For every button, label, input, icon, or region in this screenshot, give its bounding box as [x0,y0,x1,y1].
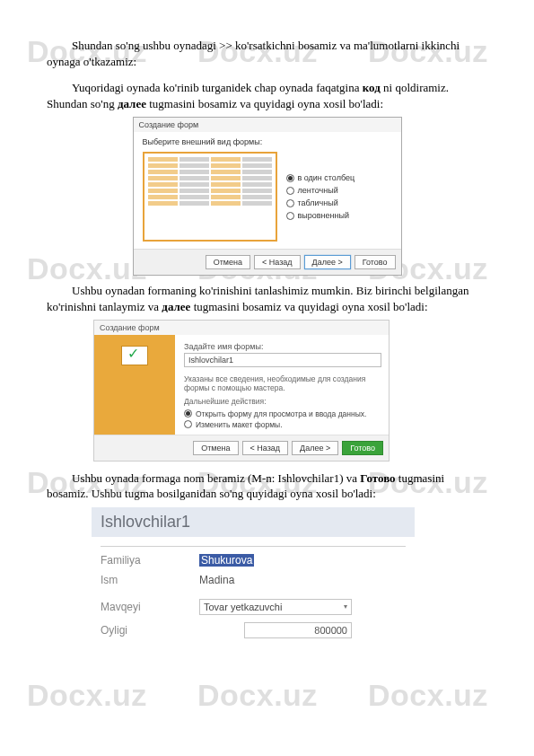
radio-one-column[interactable]: в один столбец [286,173,392,182]
paragraph-1: Shundan so'ng ushbu oynadagi >> ko'rsatk… [47,38,487,69]
dialog-subtitle: Выберите внешний вид формы: [143,137,392,146]
radio-label: Изменить макет формы. [196,420,283,429]
form-wizard-name-dialog: Создание форм Задайте имя формы: Ishlovc… [93,320,390,462]
cancel-button[interactable]: Отмена [206,255,250,269]
text: tugmasini bosamiz va quyidagi oyna xosil… [190,300,427,313]
field-label-familiya: Familiya [101,554,199,567]
page-content: Shundan so'ng ushbu oynadagi >> ko'rsatk… [0,0,534,660]
text: tugmasini bosamiz va quyidagi oyna xosil… [146,97,383,110]
radio-icon [286,212,294,220]
radio-open-form[interactable]: Открыть форму для просмотра и ввода данн… [184,409,381,418]
dialog-title: Создание форм [134,118,401,132]
bold-dalee: далее [118,97,146,110]
radio-edit-layout[interactable]: Изменить макет формы. [184,420,381,429]
text: Yuqoridagi oynada ko'rinib turganidek ch… [72,81,363,94]
text: Ushbu oynada formaga nom beramiz (M-n: I… [72,471,360,485]
dropdown-value: Tovar yetkazuvchi [204,602,282,612]
form-name-input[interactable]: Ishlovchilar1 [184,353,381,367]
finish-button[interactable]: Готово [355,255,396,269]
radio-justified[interactable]: выровненный [286,211,392,220]
radio-icon [286,174,294,182]
dialog-sidebar [94,335,175,435]
field-value-familiya[interactable]: Shukurova [199,554,254,567]
watermark: Docx.uz [368,678,488,713]
dialog-title: Создание форм [94,321,389,335]
bold-kod: код [363,81,381,94]
radio-tabular[interactable]: табличный [286,198,392,207]
layout-preview [143,152,277,242]
radio-label: в один столбец [298,173,355,182]
cancel-button[interactable]: Отмена [193,441,238,455]
radio-icon [286,187,294,195]
bold-dalee: далее [162,300,190,313]
radio-label: табличный [298,198,338,207]
radio-label: выровненный [298,211,349,220]
next-button[interactable]: Далее > [292,441,338,455]
checkered-flag-icon [121,346,148,365]
field-value-oyligi[interactable]: 800000 [244,622,352,638]
field-dropdown-mavqeyi[interactable]: Tovar yetkazuvchi ▾ [199,599,352,615]
radio-label: Открыть форму для просмотра и ввода данн… [196,409,366,418]
finish-button[interactable]: Готово [342,441,383,455]
radio-icon [184,409,192,418]
actions-label: Дальнейшие действия: [184,397,381,406]
field-value-ism[interactable]: Madina [199,574,234,586]
radio-icon [286,199,294,207]
back-button[interactable]: < Назад [254,255,301,269]
name-label: Задайте имя формы: [184,342,381,351]
radio-ribbon[interactable]: ленточный [286,186,392,195]
paragraph-4: Ushbu oynada formaga nom beramiz (M-n: I… [47,470,487,502]
radio-label: ленточный [298,186,338,195]
form-title: Ishlovchilar1 [92,507,415,537]
field-label-ism: Ism [101,574,199,586]
access-form-view: Ishlovchilar1 Familiya Shukurova Ism Mad… [92,507,415,642]
field-label-oyligi: Oyligi [101,624,199,637]
radio-icon [184,420,192,428]
back-button[interactable]: < Назад [242,441,289,455]
field-label-mavqeyi: Mavqeyi [101,601,199,613]
chevron-down-icon: ▾ [344,602,347,611]
watermark: Docx.uz [27,678,147,713]
next-button[interactable]: Далее > [304,255,351,269]
paragraph-3: Ushbu oynadan formaning ko'rinishini tan… [47,283,487,314]
form-wizard-layout-dialog: Создание форм Выберите внешний вид формы… [133,117,402,276]
paragraph-2: Yuqoridagi oynada ko'rinib turganidek ch… [47,80,487,111]
bold-gotovo: Готово [360,471,395,485]
description-text: Указаны все сведения, необходимые для со… [184,374,381,392]
watermark: Docx.uz [197,678,318,713]
